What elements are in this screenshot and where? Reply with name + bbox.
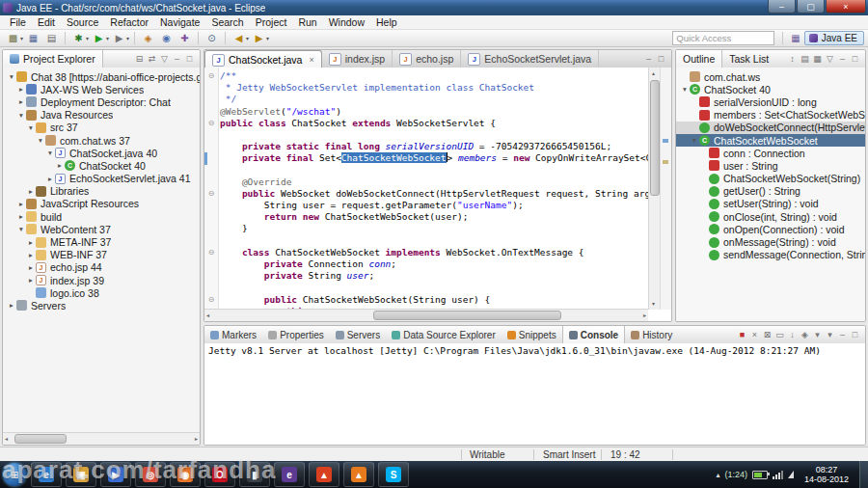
maximize-icon[interactable]: □ — [655, 54, 667, 64]
outline-item[interactable]: setUser(String) : void — [676, 198, 865, 210]
editor-horizontal-scrollbar[interactable]: ◂ ▸ — [204, 309, 648, 321]
debug-icon[interactable]: ✱ — [70, 31, 87, 45]
code-editor[interactable]: ⊖⊖⊖⊖⊖ /** * Jetty WebSocketServlet imple… — [204, 68, 671, 321]
console-tab-snippets[interactable]: Snippets — [502, 326, 562, 343]
taskbar-internet-explorer[interactable]: e — [31, 462, 62, 487]
console-tab-console[interactable]: Console — [562, 326, 625, 343]
pin-console-icon[interactable]: ◈ — [799, 330, 811, 339]
minimize-icon[interactable]: – — [836, 54, 849, 64]
console-tab-markers[interactable]: Markers — [204, 326, 262, 343]
scrollbar-thumb[interactable] — [650, 80, 660, 196]
clear-console-icon[interactable]: ▭ — [773, 330, 786, 339]
explorer-item[interactable]: ▾Java Resources — [3, 109, 200, 122]
console-tab-servers[interactable]: Servers — [330, 326, 386, 343]
editor-tab-EchoSocketServlet.java[interactable]: JEchoSocketServlet.java — [461, 50, 599, 68]
editor-tab-ChatSocket.java[interactable]: JChatSocket.java× — [204, 50, 322, 68]
save-icon[interactable]: ▦ — [25, 31, 41, 45]
expand-arrow-icon[interactable]: ▸ — [26, 238, 36, 247]
collapse-arrow-icon[interactable]: ▾ — [16, 225, 26, 233]
close-tab-icon[interactable]: × — [309, 55, 313, 65]
new-servlet-icon[interactable]: ◉ — [158, 31, 175, 45]
explorer-item[interactable]: ▾com.chat.ws 37 — [3, 134, 200, 147]
taskbar-windows-explorer[interactable]: ▣ — [66, 462, 96, 487]
collapse-arrow-icon[interactable]: ▾ — [690, 136, 699, 145]
menu-source[interactable]: Source — [61, 15, 104, 29]
menu-file[interactable]: File — [4, 15, 32, 29]
explorer-item[interactable]: ▾Chat 38 [https://abani-office-projects.… — [3, 70, 200, 83]
new-dropdown-icon[interactable]: ▾ — [20, 35, 23, 41]
menu-edit[interactable]: Edit — [32, 15, 61, 29]
fold-marker-icon[interactable]: ⊖ — [204, 247, 218, 258]
scroll-down-icon[interactable]: ▾ — [652, 298, 655, 310]
collapse-arrow-icon[interactable]: ▾ — [26, 123, 36, 132]
view-menu-icon[interactable]: ▽ — [824, 54, 836, 64]
menu-search[interactable]: Search — [205, 15, 249, 29]
sort-icon[interactable]: ↕ — [786, 54, 799, 64]
collapse-arrow-icon[interactable]: ▾ — [45, 149, 55, 157]
expand-arrow-icon[interactable]: ▸ — [16, 200, 26, 208]
outline-item[interactable]: onClose(int, String) : void — [676, 210, 865, 223]
explorer-item[interactable]: ▸Jindex.jsp 39 — [3, 274, 200, 286]
taskbar-firefox[interactable]: ◉ — [170, 462, 201, 487]
quick-access-input[interactable] — [672, 31, 774, 45]
maximize-icon[interactable]: □ — [849, 330, 861, 339]
outline-item[interactable]: sendMessage(Connection, String) : vc — [676, 249, 865, 261]
forward-icon[interactable]: ▶ — [251, 31, 267, 45]
explorer-item[interactable]: ▸Libraries — [3, 185, 200, 198]
expand-arrow-icon[interactable]: ▸ — [26, 187, 36, 196]
explorer-item[interactable]: ▸JEchoSocketServlet.java 41 — [3, 173, 200, 185]
outline-item[interactable]: conn : Connection — [676, 147, 865, 159]
expand-arrow-icon[interactable]: ▸ — [55, 161, 65, 170]
tab-project-explorer[interactable]: Project Explorer — [3, 50, 103, 68]
menu-window[interactable]: Window — [323, 15, 370, 29]
open-console-icon[interactable]: ▾ — [824, 330, 836, 339]
print-icon[interactable]: ▤ — [43, 31, 60, 45]
scroll-left-icon[interactable]: ◂ — [5, 433, 8, 445]
console-tab-properties[interactable]: Properties — [262, 326, 330, 343]
explorer-item[interactable]: ▸WEB-INF 37 — [3, 249, 200, 261]
outline-item[interactable]: ▾CChatSocketWebSocket — [676, 134, 865, 147]
minimize-icon[interactable]: – — [836, 330, 849, 339]
collapse-arrow-icon[interactable]: ▾ — [36, 136, 45, 145]
explorer-item[interactable]: ▾src 37 — [3, 122, 200, 134]
taskbar-vlc[interactable]: ▲ — [343, 462, 374, 487]
maximize-icon[interactable]: □ — [849, 54, 861, 64]
console-tab-history[interactable]: History — [625, 326, 678, 343]
network-icon[interactable] — [773, 471, 783, 479]
outline-item[interactable]: user : String — [676, 159, 865, 172]
view-menu-icon[interactable]: ▽ — [158, 54, 171, 64]
hide-fields-icon[interactable]: ▤ — [799, 54, 811, 64]
explorer-item[interactable]: logo.ico 38 — [3, 286, 200, 299]
external-tools-dropdown-icon[interactable]: ▾ — [126, 35, 129, 41]
outline-item[interactable]: members : Set<ChatSocketWebSocket> — [676, 109, 865, 122]
scroll-right-icon[interactable]: ▸ — [643, 310, 646, 321]
new-class-icon[interactable]: ✚ — [176, 31, 193, 45]
explorer-item[interactable]: ▸Deployment Descriptor: Chat — [3, 95, 200, 108]
outline-item[interactable]: getUser() : String — [676, 185, 865, 198]
expand-arrow-icon[interactable]: ▸ — [26, 251, 36, 259]
titlebar[interactable]: Java EE - Chat/src/com/chat/ws/ChatSocke… — [0, 0, 868, 15]
menu-navigate[interactable]: Navigate — [154, 15, 205, 29]
back-icon[interactable]: ◀ — [231, 31, 247, 45]
explorer-horizontal-scrollbar[interactable]: ◂ ▸ — [3, 432, 200, 445]
overview-ruler[interactable] — [660, 68, 671, 310]
collapse-arrow-icon[interactable]: ▾ — [680, 85, 690, 94]
explorer-item[interactable]: ▸CChatSocket 40 — [3, 159, 200, 172]
new-web-project-icon[interactable]: ◈ — [140, 31, 156, 45]
outline-item[interactable]: ▾CChatSocket 40 — [676, 83, 865, 95]
expand-arrow-icon[interactable]: ▸ — [16, 212, 26, 221]
volume-icon[interactable] — [788, 471, 794, 478]
scroll-right-icon[interactable]: ▸ — [195, 433, 198, 445]
menu-project[interactable]: Project — [250, 15, 293, 29]
minimize-icon[interactable]: – — [171, 54, 183, 64]
explorer-item[interactable]: ▸JavaScript Resources — [3, 198, 200, 210]
collapse-arrow-icon[interactable]: ▾ — [7, 72, 16, 81]
explorer-item[interactable]: ▸Jecho.jsp 44 — [3, 261, 200, 274]
fold-marker-icon[interactable]: ⊖ — [204, 188, 218, 200]
remove-all-terminated-icon[interactable]: ⊠ — [761, 330, 773, 339]
scroll-lock-icon[interactable]: ↓ — [786, 330, 799, 339]
taskbar-eclipse[interactable]: e — [274, 462, 305, 487]
run-icon[interactable]: ▶ — [91, 31, 107, 45]
open-perspective-icon[interactable]: ▦ — [791, 33, 800, 43]
explorer-item[interactable]: ▸build — [3, 210, 200, 223]
